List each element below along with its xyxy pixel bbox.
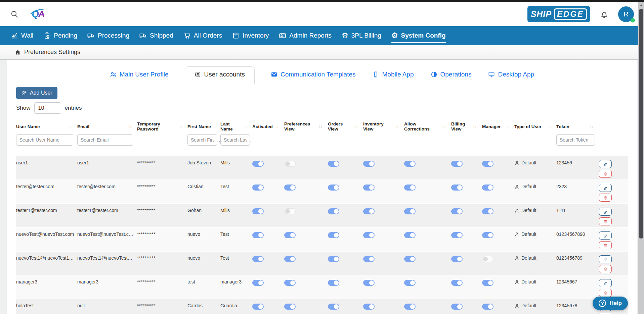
inventory-view-toggle[interactable] (363, 161, 375, 167)
column-header-token[interactable]: Token↑↓ (556, 118, 599, 134)
delete-user-button[interactable] (599, 313, 612, 314)
orders-view-toggle[interactable] (328, 256, 339, 262)
delete-user-button[interactable] (599, 194, 612, 202)
column-header-billing-view[interactable]: Billing View↑↓ (451, 118, 482, 134)
sort-icon[interactable]: ↑↓ (243, 124, 247, 129)
search-button[interactable] (10, 10, 19, 18)
sort-icon[interactable]: ↑↓ (354, 124, 358, 129)
sort-icon[interactable]: ↑↓ (318, 124, 323, 129)
sort-icon[interactable]: ↑↓ (505, 124, 509, 129)
inventory-view-toggle[interactable] (363, 232, 375, 238)
sort-icon[interactable]: ↑↓ (395, 124, 399, 129)
preferences-view-toggle[interactable] (284, 161, 296, 167)
manager-toggle[interactable] (482, 208, 493, 214)
activated-toggle[interactable] (252, 185, 264, 191)
scrollbar-thumb[interactable] (639, 9, 643, 239)
orders-view-toggle[interactable] (328, 280, 339, 286)
help-button[interactable]: ? Help (593, 297, 628, 310)
column-header-activated[interactable]: Activated↑↓ (252, 118, 284, 134)
tab-user-accounts[interactable]: User accounts (185, 66, 255, 84)
orders-view-toggle[interactable] (328, 304, 339, 310)
manager-toggle[interactable] (482, 185, 493, 191)
notifications-button[interactable] (600, 10, 609, 19)
activated-toggle[interactable] (252, 208, 264, 214)
edit-user-button[interactable] (599, 231, 612, 240)
inventory-view-toggle[interactable] (363, 208, 375, 214)
sort-icon[interactable]: ↑↓ (590, 124, 594, 129)
manager-toggle[interactable] (482, 232, 493, 238)
user-avatar[interactable]: R (618, 6, 634, 22)
column-header-orders-view[interactable]: Orders View↑↓ (328, 118, 363, 134)
column-header-inventory-view[interactable]: Inventory View↑↓ (363, 118, 404, 134)
nav-item-wall[interactable]: Wall (11, 32, 33, 39)
allow-corrections-toggle[interactable] (404, 304, 416, 310)
preferences-view-toggle[interactable] (284, 185, 296, 191)
allow-corrections-toggle[interactable] (404, 185, 416, 191)
column-header-last-name[interactable]: Last Name↑↓ (220, 118, 252, 134)
inventory-view-toggle[interactable] (363, 304, 375, 310)
delete-user-button[interactable] (599, 217, 612, 225)
delete-user-button[interactable] (599, 289, 612, 297)
column-header-preferences-view[interactable]: Preferences View↑↓ (284, 118, 328, 134)
tab-operations[interactable]: Operations (430, 67, 472, 82)
scrollbar-up-arrow[interactable]: ▲ (638, 2, 644, 7)
nav-item-3pl-billing[interactable]: ⚙3PL Billing (342, 32, 381, 40)
sort-icon[interactable]: ↑↓ (547, 124, 551, 129)
scrollbar[interactable]: ▲ (638, 2, 644, 314)
activated-toggle[interactable] (252, 280, 264, 286)
nav-item-system-config[interactable]: ⚙System Config (391, 32, 446, 40)
billing-view-toggle[interactable] (451, 280, 463, 286)
manager-toggle[interactable] (482, 280, 493, 286)
search-user-name-input[interactable] (16, 134, 73, 146)
orders-view-toggle[interactable] (328, 232, 339, 238)
column-header-email[interactable]: Email↑↓ (77, 118, 137, 134)
inventory-view-toggle[interactable] (363, 256, 375, 262)
billing-view-toggle[interactable] (451, 161, 463, 167)
nav-item-pending[interactable]: Pending (43, 32, 77, 39)
billing-view-toggle[interactable] (451, 256, 463, 262)
search-token-input[interactable] (556, 134, 595, 146)
column-header-allow-corrections[interactable]: Allow Corrections↑↓ (404, 118, 451, 134)
manager-toggle[interactable] (482, 304, 493, 310)
column-header-type-of-user[interactable]: Type of User↑↓ (514, 118, 556, 134)
billing-view-toggle[interactable] (451, 208, 463, 214)
column-header-temporary-password[interactable]: Temporary Password↑↓ (137, 118, 187, 134)
allow-corrections-toggle[interactable] (404, 256, 416, 262)
allow-corrections-toggle[interactable] (404, 280, 416, 286)
search-first-name-input[interactable] (187, 134, 217, 146)
page-size-input[interactable] (34, 102, 61, 114)
manager-toggle[interactable] (482, 161, 493, 167)
orders-view-toggle[interactable] (328, 161, 339, 167)
allow-corrections-toggle[interactable] (404, 161, 416, 167)
search-last-name-input[interactable] (220, 134, 250, 146)
activated-toggle[interactable] (252, 232, 264, 238)
preferences-view-toggle[interactable] (284, 232, 296, 238)
allow-corrections-toggle[interactable] (404, 232, 416, 238)
orders-view-toggle[interactable] (328, 208, 339, 214)
edit-user-button[interactable] (599, 208, 612, 216)
sort-icon[interactable]: ↑↓ (211, 124, 215, 129)
nav-item-inventory[interactable]: Inventory (232, 32, 269, 39)
edit-user-button[interactable] (599, 255, 612, 263)
column-header-manager[interactable]: Manager↑↓ (482, 118, 514, 134)
preferences-view-toggle[interactable] (284, 256, 296, 262)
billing-view-toggle[interactable] (451, 185, 463, 191)
column-header-user-name[interactable]: User Name↑↓ (16, 118, 77, 134)
sort-icon[interactable]: ↑↓ (275, 124, 279, 129)
nav-item-all-orders[interactable]: All Orders (183, 32, 222, 39)
column-header-first-name[interactable]: First Name↑↓ (187, 118, 220, 134)
sort-icon[interactable]: ↑↓ (473, 124, 477, 129)
nav-item-admin-reports[interactable]: Admin Reports (279, 32, 332, 39)
inventory-view-toggle[interactable] (363, 185, 375, 191)
edit-user-button[interactable] (599, 160, 612, 168)
sort-icon[interactable]: ↑↓ (178, 124, 182, 129)
orders-view-toggle[interactable] (328, 185, 339, 191)
activated-toggle[interactable] (252, 304, 264, 310)
edit-user-button[interactable] (599, 279, 612, 287)
billing-view-toggle[interactable] (451, 304, 463, 310)
tab-mobile-app[interactable]: Mobile App (372, 67, 414, 82)
activated-toggle[interactable] (252, 161, 264, 167)
tab-main-user-profile[interactable]: Main User Profile (109, 67, 169, 82)
sort-icon[interactable]: ↑↓ (128, 124, 132, 129)
delete-user-button[interactable] (599, 241, 612, 249)
